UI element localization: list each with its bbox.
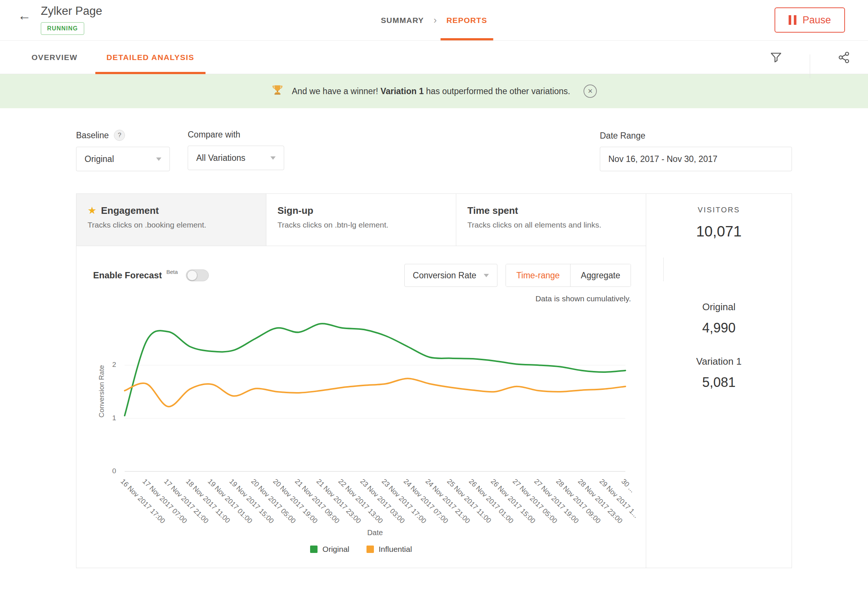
- chevron-down-icon: [156, 157, 161, 161]
- goal-tab-signup[interactable]: Sign-up Tracks clicks on .btn-lg element…: [266, 194, 456, 246]
- pause-button-label: Pause: [802, 15, 831, 26]
- enable-forecast-label: Enable Forecast: [93, 270, 162, 281]
- visitors-total: 10,071: [654, 223, 784, 240]
- goal-title: Sign-up: [278, 205, 313, 216]
- goal-description: Tracks clicks on .booking element.: [87, 221, 255, 230]
- filter-controls: Baseline ? Original Compare with All Var…: [76, 130, 792, 171]
- filter-icon[interactable]: [752, 51, 800, 64]
- aggregate-button[interactable]: Aggregate: [570, 264, 630, 287]
- chart-header: Enable Forecast Beta Conversion Rate Tim…: [93, 264, 631, 287]
- compare-with-label: Compare with: [188, 130, 241, 140]
- baseline-select[interactable]: Original: [76, 147, 170, 171]
- goal-tab-engagement[interactable]: ★ Engagement Tracks clicks on .booking e…: [77, 194, 266, 246]
- cumulative-note: Data is shown cumulatively.: [77, 294, 631, 303]
- chevron-down-icon: [484, 274, 489, 277]
- breadcrumb-reports[interactable]: REPORTS: [446, 0, 487, 40]
- visitors-label: VISITORS: [654, 206, 784, 214]
- tab-detailed-analysis[interactable]: DETAILED ANALYSIS: [106, 41, 194, 74]
- baseline-label: Baseline: [76, 131, 109, 140]
- variant-name: Variation 1: [654, 356, 784, 367]
- report-tabs: OVERVIEW DETAILED ANALYSIS: [0, 41, 868, 74]
- date-range-value: Nov 16, 2017 - Nov 30, 2017: [608, 154, 717, 164]
- x-axis-label: 29 Nov 2017 1...: [598, 477, 640, 519]
- legend-item-original[interactable]: Original: [310, 545, 349, 554]
- divider: [810, 54, 810, 78]
- report-card: ★ Engagement Tracks clicks on .booking e…: [76, 193, 792, 568]
- goal-description: Tracks clicks on .btn-lg element.: [278, 221, 445, 230]
- compare-select-value: All Variations: [196, 153, 245, 163]
- legend-swatch: [310, 546, 317, 553]
- goal-title: Engagement: [101, 205, 159, 216]
- chevron-right-icon: ›: [434, 15, 437, 26]
- legend-label: Original: [322, 545, 349, 554]
- beta-badge: Beta: [166, 269, 178, 275]
- pause-button[interactable]: Pause: [775, 7, 845, 32]
- back-arrow-icon[interactable]: ←: [18, 9, 31, 35]
- y-axis-title: Conversion Rate: [97, 312, 106, 471]
- time-range-button[interactable]: Time-range: [506, 264, 570, 287]
- winner-banner: And we have a winner! Variation 1 has ou…: [0, 74, 868, 108]
- status-badge: RUNNING: [41, 22, 84, 35]
- date-range-label: Date Range: [600, 131, 645, 141]
- chart-legend: Original Influential: [77, 541, 646, 568]
- date-range-input[interactable]: Nov 16, 2017 - Nov 30, 2017: [600, 147, 792, 171]
- variant-visitors: 4,990: [654, 320, 784, 336]
- variant-visitors: 5,081: [654, 375, 784, 390]
- x-axis-label: 30 ...: [620, 477, 636, 494]
- view-mode-group: Time-range Aggregate: [506, 264, 631, 287]
- breadcrumb-summary[interactable]: SUMMARY: [381, 16, 424, 25]
- y-tick-label: 1: [93, 414, 116, 422]
- visitors-panel: VISITORS 10,071 Original 4,990 Variation…: [646, 194, 791, 568]
- y-tick-label: 2: [93, 360, 116, 369]
- chart-line-influential: [125, 378, 625, 406]
- y-tick-label: 0: [93, 467, 116, 475]
- baseline-select-value: Original: [84, 154, 114, 164]
- chevron-down-icon: [270, 156, 276, 160]
- help-icon[interactable]: ?: [114, 130, 125, 141]
- legend-item-influential[interactable]: Influential: [366, 545, 412, 554]
- page-title: Zylker Page: [41, 4, 102, 18]
- goal-description: Tracks clicks on all elements and links.: [467, 221, 635, 230]
- forecast-toggle[interactable]: [186, 269, 209, 281]
- goal-title: Time spent: [467, 205, 518, 216]
- x-axis-title: Date: [125, 528, 625, 537]
- compare-with-select[interactable]: All Variations: [188, 146, 284, 170]
- chart-plot-area: [125, 312, 625, 471]
- close-icon[interactable]: ×: [583, 84, 597, 98]
- pause-icon: [788, 15, 796, 25]
- goal-tab-time-spent[interactable]: Time spent Tracks clicks on all elements…: [456, 194, 646, 246]
- trophy-icon: [271, 84, 284, 99]
- conversion-rate-chart: Conversion Rate Date 01216 Nov 2017 17:0…: [93, 308, 629, 541]
- breadcrumb: SUMMARY › REPORTS: [381, 0, 487, 40]
- goal-tabs: ★ Engagement Tracks clicks on .booking e…: [77, 194, 646, 246]
- star-icon: ★: [87, 206, 96, 216]
- legend-label: Influential: [379, 545, 412, 554]
- chart-line-original: [125, 324, 625, 415]
- share-icon[interactable]: [820, 51, 868, 64]
- variant-name: Original: [654, 301, 784, 313]
- metric-select[interactable]: Conversion Rate: [404, 264, 497, 287]
- divider: [663, 257, 664, 281]
- top-bar: ← Zylker Page RUNNING SUMMARY › REPORTS …: [0, 0, 868, 41]
- winner-text: And we have a winner! Variation 1 has ou…: [292, 86, 570, 96]
- legend-swatch: [366, 546, 374, 553]
- tab-overview[interactable]: OVERVIEW: [31, 41, 78, 74]
- metric-select-value: Conversion Rate: [413, 271, 476, 281]
